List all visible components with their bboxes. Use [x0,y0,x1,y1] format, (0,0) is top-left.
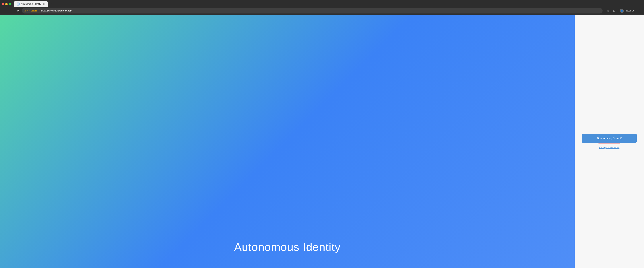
signin-email-link[interactable]: Or sign in via email [599,146,620,149]
reader-button[interactable]: ⊡ [612,8,617,13]
menu-button[interactable]: ⋮ [637,8,642,13]
left-panel: Autonomous Identity [0,14,575,268]
address-bar-row: ← → ↻ ⚠ Not Secure | https://autoid-ui.f… [0,7,644,14]
svg-point-1 [18,4,18,4]
tab-close-button[interactable]: ✕ [42,2,45,6]
tab-bar: Autonomous Identity ✕ + [0,0,644,7]
reload-button[interactable]: ↻ [15,8,20,13]
close-button[interactable] [2,3,4,5]
new-tab-button[interactable]: + [48,2,54,6]
security-label: Not Secure [27,10,37,12]
address-bar[interactable]: ⚠ Not Secure | https://autoid-ui.forgero… [22,8,602,14]
hero-title: Autonomous Identity [234,240,340,254]
page-content: Autonomous Identity Sign in using OpenID… [0,14,644,268]
address-url: https://autoid-ui.forgerock.com [40,10,72,12]
security-warning: ⚠ Not Secure [24,10,37,12]
signin-openid-button[interactable]: Sign in using OpenID [582,134,637,143]
maximize-button[interactable] [9,3,11,5]
active-tab[interactable]: Autonomous Identity ✕ [14,1,48,7]
traffic-lights [2,3,11,5]
incognito-icon: 👤 [620,9,624,13]
url-domain: autoid-ui.forgerock.com [47,10,72,12]
url-https: https:// [40,10,47,12]
toolbar-right: ☆ ⊡ 👤 Incognito ⋮ [606,8,642,14]
incognito-button[interactable]: 👤 Incognito [618,8,636,14]
bookmark-button[interactable]: ☆ [606,8,611,13]
tab-favicon [16,2,20,6]
tab-title: Autonomous Identity [21,3,41,5]
browser-chrome: Autonomous Identity ✕ + ← → ↻ ⚠ Not Secu… [0,0,644,14]
right-panel: Sign in using OpenID Or sign in via emai… [575,14,644,268]
address-separator: | [38,10,39,12]
minimize-button[interactable] [5,3,8,5]
warning-icon: ⚠ [24,10,26,12]
back-button[interactable]: ← [2,8,7,13]
forward-button[interactable]: → [9,8,14,13]
incognito-label: Incognito [625,10,634,12]
